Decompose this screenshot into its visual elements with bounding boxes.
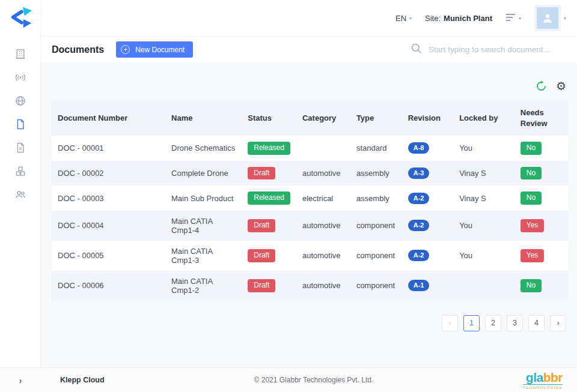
search-icon bbox=[410, 42, 423, 57]
cell-category: electrical bbox=[296, 185, 350, 211]
cell-document-number: DOC - 00002 bbox=[52, 161, 165, 186]
documents-icon[interactable] bbox=[7, 112, 34, 136]
cell-locked-by bbox=[453, 271, 514, 301]
glabbr-logo-primary: gla bbox=[526, 370, 543, 384]
col-category: Category bbox=[296, 100, 350, 136]
user-avatar-icon bbox=[537, 7, 558, 29]
user-menu[interactable]: ▾ bbox=[534, 5, 566, 31]
broadcast-icon[interactable] bbox=[7, 65, 34, 89]
cell-locked-by: You bbox=[453, 241, 514, 271]
revision-badge: A-2 bbox=[408, 250, 430, 261]
revision-badge: A-2 bbox=[408, 220, 430, 231]
sidebar-expand-button[interactable]: › bbox=[0, 375, 41, 385]
status-badge: Draft bbox=[248, 219, 275, 232]
needs-review-badge: Yes bbox=[521, 219, 545, 232]
cell-category bbox=[296, 136, 350, 161]
site-selector[interactable]: Site: Munich Plant bbox=[425, 14, 492, 23]
status-badge: Draft bbox=[248, 249, 275, 262]
pagination: ‹ 1 2 3 4 › bbox=[52, 315, 568, 331]
pagination-page-1[interactable]: 1 bbox=[463, 315, 480, 331]
menu-icon bbox=[505, 13, 516, 23]
chevron-down-icon: ▾ bbox=[564, 16, 566, 21]
col-revision: Revision bbox=[402, 100, 453, 136]
col-document-number: Document Number bbox=[52, 100, 165, 136]
status-badge: Draft bbox=[248, 279, 275, 292]
site-value: Munich Plant bbox=[444, 14, 492, 23]
chevron-down-icon: ▾ bbox=[519, 16, 521, 21]
cell-locked-by: You bbox=[453, 211, 514, 241]
table-row[interactable]: DOC - 00001 Drone Schematics Released st… bbox=[52, 136, 568, 161]
plus-circle-icon: + bbox=[121, 45, 130, 54]
revision-badge: A-3 bbox=[408, 167, 430, 179]
gear-icon[interactable]: ⚙ bbox=[556, 80, 566, 92]
pagination-page-3[interactable]: 3 bbox=[507, 315, 523, 331]
cell-document-number: DOC - 00006 bbox=[52, 271, 165, 301]
cell-category: automotive bbox=[296, 271, 350, 301]
footer-app-name: Klepp Cloud bbox=[60, 376, 105, 384]
cell-locked-by: Vinay S bbox=[453, 161, 514, 186]
needs-review-badge: No bbox=[521, 142, 542, 155]
site-label: Site: bbox=[425, 14, 441, 23]
menu-dropdown[interactable]: ▾ bbox=[505, 13, 521, 23]
cell-name: Main Sub Product bbox=[165, 185, 242, 211]
search-bar bbox=[410, 42, 567, 57]
glabbr-logo-secondary: bbr bbox=[543, 370, 563, 384]
table-row[interactable]: DOC - 00002 Complete Drone Draft automot… bbox=[52, 161, 568, 186]
cell-document-number: DOC - 00001 bbox=[52, 136, 165, 161]
globe-icon[interactable] bbox=[7, 89, 34, 112]
col-locked-by: Locked by bbox=[453, 100, 514, 136]
revision-badge: A-2 bbox=[408, 193, 430, 204]
cell-document-number: DOC - 00004 bbox=[52, 211, 165, 241]
cell-type: standard bbox=[350, 136, 402, 161]
col-status: Status bbox=[242, 100, 296, 136]
needs-review-badge: No bbox=[521, 279, 542, 292]
pagination-prev-button[interactable]: ‹ bbox=[442, 315, 458, 331]
app-logo[interactable] bbox=[8, 6, 33, 32]
cell-type: assembly bbox=[350, 185, 402, 211]
pagination-page-2[interactable]: 2 bbox=[485, 315, 501, 331]
status-badge: Released bbox=[248, 191, 290, 205]
needs-review-badge: No bbox=[521, 191, 542, 205]
status-badge: Released bbox=[248, 142, 290, 155]
cell-document-number: DOC - 00003 bbox=[52, 185, 165, 211]
cell-locked-by: Vinay S bbox=[453, 185, 514, 211]
report-icon[interactable] bbox=[7, 136, 34, 159]
refresh-icon[interactable] bbox=[536, 80, 547, 92]
page-header: Documents + New Document bbox=[41, 36, 577, 62]
needs-review-badge: No bbox=[521, 167, 542, 180]
revision-badge: A-1 bbox=[408, 280, 430, 291]
table-row[interactable]: DOC - 00004 Main CATIA Cmp1-4 Draft auto… bbox=[52, 211, 568, 241]
table-row[interactable]: DOC - 00005 Main CATIA Cmp1-3 Draft auto… bbox=[52, 241, 568, 271]
main-area: EN ▾ Site: Munich Plant ▾ bbox=[41, 0, 577, 367]
cell-locked-by: You bbox=[453, 136, 514, 161]
pagination-page-4[interactable]: 4 bbox=[528, 315, 545, 331]
new-document-button[interactable]: + New Document bbox=[116, 41, 193, 58]
table-row[interactable]: DOC - 00003 Main Sub Product Released el… bbox=[52, 185, 568, 211]
footer: › Klepp Cloud © 2021 Glabbr Technologies… bbox=[0, 367, 577, 392]
team-icon[interactable] bbox=[7, 182, 34, 206]
table-row[interactable]: DOC - 00006 Main CATIA Cmp1-2 Draft auto… bbox=[52, 271, 568, 301]
cell-type: component bbox=[350, 241, 402, 271]
building-icon[interactable] bbox=[7, 42, 34, 65]
chevron-right-icon: › bbox=[19, 375, 22, 385]
inventory-icon[interactable] bbox=[7, 159, 34, 182]
col-type: Type bbox=[350, 100, 402, 136]
cell-name: Main CATIA Cmp1-2 bbox=[165, 271, 242, 301]
col-name: Name bbox=[165, 100, 242, 136]
footer-copyright: © 2021 Glabbr Technologies Pvt. Ltd. bbox=[105, 376, 524, 384]
topbar: EN ▾ Site: Munich Plant ▾ bbox=[41, 0, 577, 36]
cell-type: assembly bbox=[350, 161, 402, 186]
chevron-down-icon: ▾ bbox=[409, 16, 412, 21]
language-selector[interactable]: EN ▾ bbox=[395, 14, 412, 23]
glabbr-logo[interactable]: glabbr TECHNOLOGIES bbox=[523, 371, 563, 390]
pagination-next-button[interactable]: › bbox=[550, 315, 566, 331]
cell-category: automotive bbox=[296, 161, 350, 186]
page-title: Documents bbox=[52, 44, 104, 55]
content-area: ⚙ Document Number Name Status Category bbox=[41, 62, 577, 367]
cell-type: component bbox=[350, 211, 402, 241]
glabbr-logo-subtext: TECHNOLOGIES bbox=[523, 386, 563, 390]
col-needs-review: Needs Review bbox=[514, 100, 568, 136]
search-input[interactable] bbox=[429, 45, 567, 54]
cell-document-number: DOC - 00005 bbox=[52, 241, 165, 271]
language-label: EN bbox=[395, 14, 406, 23]
